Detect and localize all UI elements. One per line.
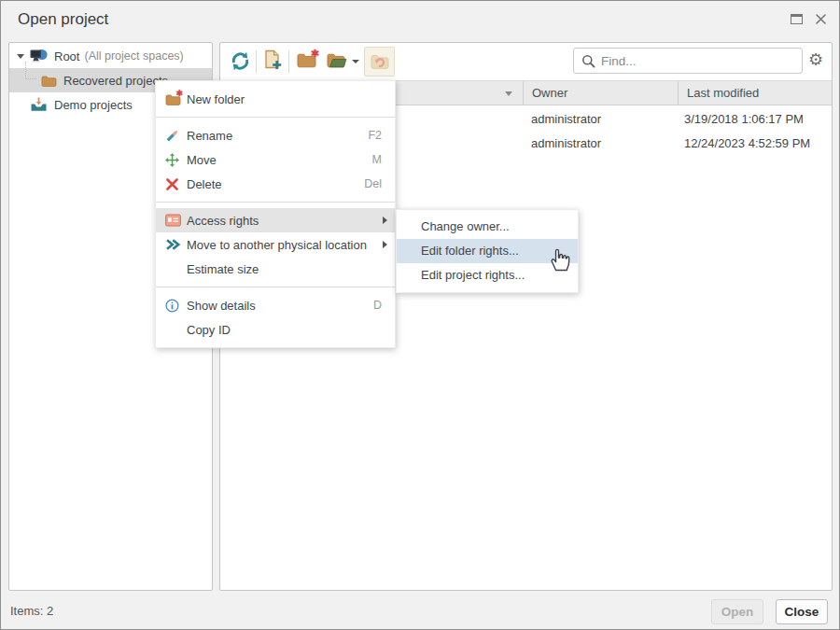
menu-item-estimate-size[interactable]: Estimate size	[156, 257, 395, 281]
delete-x-icon	[165, 177, 181, 191]
owner-cell: administrator	[531, 107, 601, 132]
submenu-item-edit-project-rights[interactable]: Edit project rights...	[397, 263, 578, 287]
access-rights-submenu: Change owner... Edit folder rights... Ed…	[396, 209, 579, 293]
recover-projects-icon[interactable]	[364, 47, 395, 77]
expand-caret-icon[interactable]	[17, 54, 24, 59]
pencil-icon	[165, 129, 181, 143]
items-count: Items: 2	[10, 604, 53, 618]
context-menu: ✱ New folder Rename F2	[155, 80, 396, 348]
shortcut-label: Del	[364, 177, 382, 190]
search-icon	[581, 54, 595, 68]
tree-item-label: Recovered projects	[63, 74, 168, 88]
shortcut-label: M	[372, 153, 382, 166]
tree-item-suffix: (All project spaces)	[84, 49, 183, 63]
toolbar-separator	[288, 50, 289, 73]
menu-item-new-folder[interactable]: ✱ New folder	[156, 87, 395, 111]
search-input[interactable]	[601, 54, 802, 68]
menu-item-show-details[interactable]: Show details D	[156, 293, 395, 317]
menu-item-move-physical-location[interactable]: Move to another physical location	[156, 232, 395, 257]
tree-connector-line	[25, 62, 36, 79]
menu-item-access-rights[interactable]: Access rights	[156, 208, 395, 232]
modified-cell: 3/19/2018 1:06:17 PM	[684, 107, 804, 132]
column-header-owner[interactable]: Owner	[523, 81, 678, 105]
submenu-arrow-icon	[383, 241, 387, 248]
tree-item-root[interactable]: Root (All project spaces)	[9, 44, 212, 68]
double-chevron-icon	[165, 238, 181, 252]
gear-icon[interactable]: ⚙	[808, 51, 823, 68]
tree-item-label: Root	[54, 49, 79, 63]
menu-separator	[156, 202, 395, 203]
owner-cell: administrator	[531, 132, 601, 156]
new-folder-icon[interactable]: ✱	[297, 52, 316, 68]
page-title: Open project	[18, 10, 108, 29]
open-button[interactable]: Open	[711, 599, 763, 624]
folder-icon	[41, 75, 57, 87]
close-icon[interactable]	[814, 12, 828, 26]
shortcut-label: D	[373, 299, 382, 312]
maximize-icon[interactable]	[791, 14, 803, 24]
modified-cell: 12/24/2023 4:52:59 PM	[684, 132, 810, 156]
new-folder-icon: ✱	[165, 92, 181, 106]
column-header-last-modified[interactable]: Last modified	[678, 81, 832, 105]
open-project-dialog: Open project Root (All project spaces)	[0, 0, 840, 630]
shortcut-label: F2	[368, 129, 382, 142]
open-folder-icon[interactable]	[327, 52, 347, 68]
search-box[interactable]	[573, 48, 803, 74]
close-button[interactable]: Close	[776, 599, 828, 624]
refresh-icon[interactable]	[230, 50, 251, 72]
toolbar-separator	[256, 50, 257, 73]
menu-item-delete[interactable]: Delete Del	[156, 172, 395, 196]
star-badge-icon: ✱	[311, 48, 319, 60]
inbox-down-arrow-icon	[30, 97, 48, 112]
new-project-icon[interactable]	[263, 49, 282, 70]
submenu-item-change-owner[interactable]: Change owner...	[397, 215, 578, 239]
star-badge-icon: ✱	[175, 89, 183, 98]
menu-separator	[156, 287, 395, 287]
move-arrows-icon	[165, 153, 181, 167]
submenu-arrow-icon	[383, 217, 387, 224]
menu-item-rename[interactable]: Rename F2	[156, 123, 395, 147]
menu-item-move[interactable]: Move M	[156, 147, 395, 172]
info-circle-icon	[165, 299, 181, 313]
id-card-icon	[165, 214, 181, 228]
tree-item-label: Demo projects	[54, 98, 133, 112]
sort-descending-icon[interactable]	[505, 91, 512, 96]
submenu-item-edit-folder-rights[interactable]: Edit folder rights...	[397, 239, 578, 263]
menu-item-copy-id[interactable]: Copy ID	[156, 317, 395, 342]
menu-separator	[156, 117, 395, 118]
open-folder-dropdown-caret[interactable]	[352, 60, 359, 63]
